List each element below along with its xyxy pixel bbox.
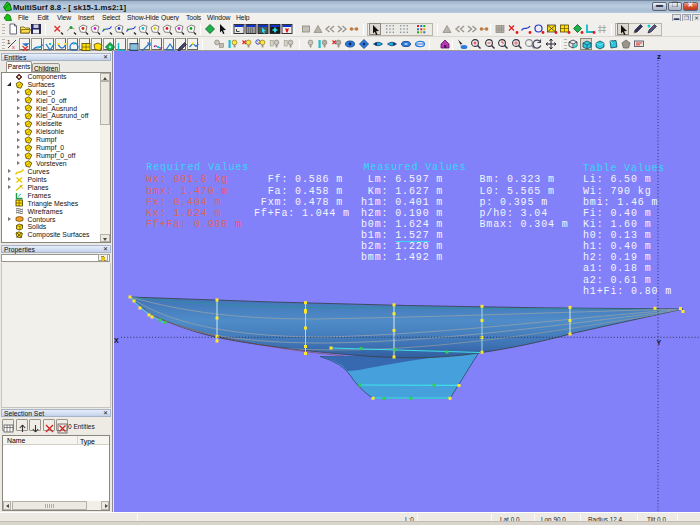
- svg-text:z: z: [657, 52, 661, 61]
- svg-text:x: x: [12, 44, 15, 50]
- svg-text:Y: Y: [657, 339, 662, 346]
- svg-text:X: X: [114, 337, 119, 344]
- svg-text:1: 1: [7, 39, 11, 45]
